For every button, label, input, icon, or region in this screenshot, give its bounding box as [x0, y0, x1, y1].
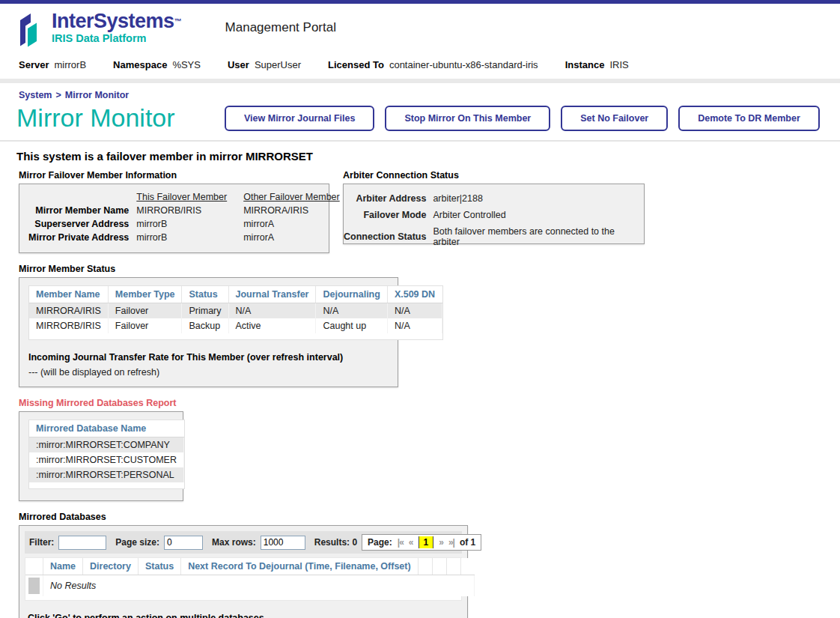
results-count: Results: 0 — [314, 537, 357, 548]
row-label-superserver-address: Superserver Address — [28, 217, 136, 231]
member-status-table-wrap: Member Name Member Type Status Journal T… — [28, 285, 443, 340]
current-page-indicator: 1 — [419, 536, 434, 548]
table-row: Superserver Address mirrorB mirrorA — [28, 217, 356, 231]
journal-transfer-rate-title: Incoming Journal Transfer Rate for This … — [28, 352, 389, 363]
breadcrumb-link-system[interactable]: System — [19, 90, 52, 100]
page-size-label: Page size: — [115, 537, 159, 548]
connection-status-label: Connection Status — [344, 223, 433, 250]
last-page-icon[interactable]: »| — [448, 537, 454, 548]
superserver-address-other: mirrorA — [243, 217, 356, 231]
failover-mode-value: Arbiter Controlled — [433, 207, 635, 223]
go-action-hint: Click 'Go' to perform an action on multi… — [28, 613, 462, 618]
page-title: Mirror Monitor — [16, 103, 225, 133]
info-user-label: User — [228, 59, 249, 70]
set-no-failover-button[interactable]: Set No Failover — [561, 106, 668, 131]
col-directory: Directory — [83, 558, 139, 575]
member-status-section: Mirror Member Status Member Name Member … — [0, 264, 840, 387]
next-page-icon[interactable]: » — [439, 537, 443, 548]
breadcrumb-separator: > — [55, 90, 61, 100]
mirror-member-name-this: MIRRORB/IRIS — [136, 204, 243, 217]
member-status-title: Mirror Member Status — [19, 264, 840, 274]
mirrored-databases-table: Name Directory Status Next Record To Dej… — [25, 558, 475, 596]
info-namespace-label: Namespace — [113, 59, 167, 70]
table-row: MIRRORB/IRIS Failover Backup Active Caug… — [29, 318, 442, 333]
cell-database-name: :mirror:MIRRORSET:COMPANY — [29, 437, 183, 453]
info-licensed-to: Licensed Tocontainer-ubuntu-x86-standard… — [328, 59, 538, 70]
failover-info-table: This Failover Member Other Failover Memb… — [28, 190, 356, 244]
table-row: Mirror Member Name MIRRORB/IRIS MIRRORA/… — [28, 204, 356, 217]
connection-status-value: Both failover members are connected to t… — [433, 223, 635, 250]
superserver-address-this: mirrorB — [136, 217, 243, 231]
arbiter-panel: Arbiter Connection Status Arbiter Addres… — [343, 170, 645, 244]
table-row: :mirror:MIRRORSET:PERSONAL — [29, 467, 183, 482]
page-label: Page: — [368, 537, 392, 548]
missing-databases-table-wrap: Mirrored Database Name :mirror:MIRRORSET… — [28, 419, 185, 489]
info-licensed-to-value: container-ubuntu-x86-standard-iris — [389, 59, 538, 70]
arbiter-title: Arbiter Connection Status — [343, 170, 645, 181]
col-name: Name — [43, 558, 83, 575]
brand-trademark: ™ — [174, 17, 182, 25]
failover-info-box: This Failover Member Other Failover Memb… — [19, 184, 329, 253]
table-header-row: Mirrored Database Name — [29, 420, 183, 437]
mirror-status-line: This system is a failover member in mirr… — [16, 150, 840, 163]
info-user: UserSuperUser — [228, 59, 301, 70]
info-instance: InstanceIRIS — [565, 59, 629, 70]
col-journal-transfer: Journal Transfer — [228, 286, 316, 303]
cell-member-name: MIRRORB/IRIS — [29, 318, 108, 333]
table-filter-bar: Filter: Page size: Max rows: Results: 0 … — [25, 531, 462, 554]
filter-input[interactable] — [58, 536, 106, 550]
info-namespace-value: %SYS — [172, 59, 201, 70]
cell-status: Primary — [182, 303, 228, 319]
max-rows-input[interactable] — [261, 536, 305, 550]
max-rows-label: Max rows: — [212, 537, 256, 548]
col-member-type: Member Type — [108, 286, 182, 303]
brand-tagline: IRIS Data Platform — [52, 33, 182, 44]
cell-member-name: MIRRORA/IRIS — [29, 303, 108, 319]
brand-text: InterSystems™ IRIS Data Platform — [52, 11, 182, 44]
demote-to-dr-member-button[interactable]: Demote To DR Member — [678, 106, 820, 131]
brand-name: InterSystems — [52, 10, 174, 32]
table-row: Arbiter Address arbiter|2188 — [344, 190, 635, 207]
col-next-record: Next Record To Dejournal (Time, Filename… — [181, 558, 419, 575]
info-user-value: SuperUser — [255, 59, 301, 70]
table-row: Connection Status Both failover members … — [344, 223, 635, 250]
cell-dejournaling: N/A — [316, 303, 387, 319]
action-button-row: View Mirror Journal Files Stop Mirror On… — [225, 106, 820, 131]
mirrored-databases-section: Mirrored Databases Filter: Page size: Ma… — [0, 512, 840, 618]
col-spacer — [460, 558, 475, 575]
mirror-member-name-other: MIRRORA/IRIS — [243, 204, 356, 217]
info-server-label: Server — [19, 59, 49, 70]
view-mirror-journal-files-button[interactable]: View Mirror Journal Files — [225, 106, 374, 131]
previous-page-icon[interactable]: « — [409, 537, 413, 548]
table-row: :mirror:MIRRORSET:CUSTOMER — [29, 452, 183, 467]
cell-dejournaling: Caught up — [316, 318, 387, 333]
cell-database-name: :mirror:MIRRORSET:CUSTOMER — [29, 452, 183, 467]
mirror-private-address-other: mirrorA — [243, 231, 356, 244]
breadcrumb: System>Mirror Monitor — [0, 83, 840, 100]
cell-member-type: Failover — [108, 303, 182, 319]
col-spacer — [418, 558, 432, 575]
intersystems-logo-icon — [19, 11, 46, 49]
cell-status: Backup — [182, 318, 228, 333]
table-footer-strip — [29, 333, 442, 339]
page-size-input[interactable] — [164, 536, 203, 550]
first-page-icon[interactable]: |« — [398, 537, 404, 548]
table-row: This Failover Member Other Failover Memb… — [28, 190, 356, 204]
stop-mirror-button[interactable]: Stop Mirror On This Member — [385, 106, 550, 131]
info-instance-label: Instance — [565, 59, 605, 70]
portal-header: InterSystems™ IRIS Data Platform Managem… — [0, 4, 840, 49]
table-row: :mirror:MIRRORSET:COMPANY — [29, 437, 183, 453]
table-row: MIRRORA/IRIS Failover Primary N/A N/A N/… — [29, 303, 442, 319]
col-header-other-failover-member: Other Failover Member — [243, 190, 356, 204]
instance-info-row: ServermirrorB Namespace%SYS UserSuperUse… — [0, 49, 840, 70]
missing-databases-table: Mirrored Database Name :mirror:MIRRORSET… — [29, 420, 184, 482]
mirrored-databases-box: Filter: Page size: Max rows: Results: 0 … — [19, 525, 468, 618]
row-selector-cell — [25, 575, 43, 597]
col-spacer — [446, 558, 460, 575]
col-status: Status — [138, 558, 180, 575]
table-header-row: Name Directory Status Next Record To Dej… — [25, 558, 475, 575]
info-panels: Mirror Failover Member Information This … — [0, 170, 840, 253]
mirrored-databases-table-wrap: Name Directory Status Next Record To Dej… — [25, 557, 462, 601]
arbiter-address-value: arbiter|2188 — [433, 190, 635, 207]
cell-x509-dn: N/A — [387, 303, 442, 319]
